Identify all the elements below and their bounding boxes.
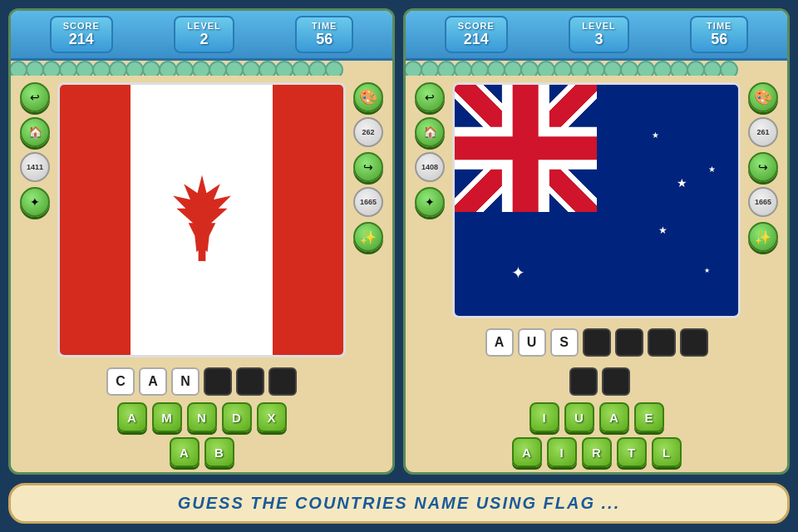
left-letter-N[interactable]: N	[187, 402, 217, 432]
right-answer-tile-3[interactable]: S	[550, 328, 579, 357]
right-answer-tile-1[interactable]: A	[485, 328, 514, 357]
right-right-side-buttons: 🎨 261 ↪ 1665 ✨	[746, 82, 781, 318]
right-letter-R[interactable]: R	[582, 437, 612, 467]
r-scallop-15	[637, 61, 655, 76]
left-undo-button[interactable]: ↩	[20, 82, 50, 112]
r-scallop-5	[470, 61, 489, 76]
scallop-3	[42, 61, 61, 76]
right-answer-tile-5[interactable]	[615, 328, 643, 357]
left-level-stat: LEVEL 2	[174, 16, 234, 53]
left-letter-A[interactable]: A	[117, 402, 147, 432]
r-scallop-9	[537, 61, 555, 76]
right-letter-A[interactable]: A	[599, 402, 629, 432]
left-level-value: 2	[187, 31, 220, 48]
left-answer-tile-4[interactable]	[204, 367, 232, 396]
games-row: SCORE 214 LEVEL 2 TIME 56	[8, 8, 790, 475]
right-level-stat: LEVEL 3	[569, 16, 628, 53]
main-container: SCORE 214 LEVEL 2 TIME 56	[8, 8, 790, 524]
right-share-button[interactable]: ↪	[748, 152, 778, 182]
canada-red-right	[273, 85, 343, 355]
r-scallop-2	[421, 61, 439, 76]
r-scallop-8	[520, 61, 539, 76]
right-letter-A2[interactable]: A	[512, 437, 542, 467]
union-jack	[455, 85, 597, 212]
right-letter-L[interactable]: L	[652, 437, 682, 467]
right-time-label: TIME	[703, 21, 735, 31]
right-answer-tile-7[interactable]	[680, 328, 708, 357]
right-header: SCORE 214 LEVEL 3 TIME 56	[406, 11, 787, 61]
right-letter-U[interactable]: U	[564, 402, 594, 432]
right-answer-tile-9[interactable]	[602, 367, 630, 396]
right-level-label: LEVEL	[582, 21, 615, 31]
right-letter-row-1: I U A E	[530, 402, 664, 432]
left-right-side-buttons: 🎨 262 ↪ 1665 ✨	[351, 82, 386, 357]
left-answer-tile-5[interactable]	[236, 367, 264, 396]
scallop-4	[59, 61, 77, 76]
right-letter-E[interactable]: E	[634, 402, 664, 432]
right-letter-T[interactable]: T	[617, 437, 647, 467]
banner-text: GUESS THE COUNTRIES NAME USING FLAG ...	[27, 494, 771, 513]
right-scallop	[406, 61, 787, 76]
left-counter2-button[interactable]: 262	[353, 117, 383, 147]
right-colors-button[interactable]: 🎨	[748, 82, 778, 112]
left-time-label: TIME	[308, 21, 340, 31]
right-answer-row-2	[563, 367, 630, 396]
left-home-button[interactable]: 🏠	[20, 117, 50, 147]
right-answer-tile-2[interactable]: U	[518, 328, 546, 357]
left-share-button[interactable]: ↪	[353, 152, 383, 182]
right-answer-area: A U S	[412, 328, 781, 402]
left-sparkle-button[interactable]: ✨	[353, 222, 383, 252]
left-letter-B[interactable]: B	[204, 437, 234, 467]
right-letter-grid: I U A E A I R T L	[412, 402, 781, 467]
left-answer-tile-6[interactable]	[268, 367, 297, 396]
bottom-banner: GUESS THE COUNTRIES NAME USING FLAG ...	[8, 483, 790, 524]
scallop-14	[225, 61, 244, 76]
left-letter-row-1: A M N D X	[117, 402, 287, 432]
right-answer-tile-4[interactable]	[583, 328, 611, 357]
left-level-label: LEVEL	[187, 21, 220, 31]
right-star-button[interactable]: ✦	[415, 187, 445, 217]
left-star-button[interactable]: ✦	[20, 187, 50, 217]
right-counter1-button[interactable]: 1408	[415, 152, 445, 182]
right-score-label: SCORE	[458, 21, 495, 31]
r-scallop-11	[570, 61, 589, 76]
left-letter-X[interactable]: X	[257, 402, 287, 432]
scallop-18	[292, 61, 310, 76]
left-answer-row: C A N	[17, 367, 386, 396]
right-letter-I2[interactable]: I	[547, 437, 577, 467]
r-scallop-13	[603, 61, 622, 76]
left-answer-tile-3[interactable]: N	[171, 367, 200, 396]
left-game-panel: SCORE 214 LEVEL 2 TIME 56	[8, 8, 395, 475]
scallop-5	[76, 61, 94, 76]
right-home-button[interactable]: 🏠	[415, 117, 445, 147]
r-scallop-14	[620, 61, 638, 76]
right-sparkle-button[interactable]: ✨	[748, 222, 778, 252]
left-scallop	[11, 61, 392, 76]
left-letter-M[interactable]: M	[152, 402, 182, 432]
right-time-value: 56	[703, 31, 735, 48]
right-panel-body: ↩ 🏠 1408 ✦	[406, 76, 787, 325]
maple-leaf-svg	[152, 170, 252, 270]
left-answer-tile-2[interactable]: A	[139, 367, 167, 396]
right-counter2-button[interactable]: 261	[748, 117, 778, 147]
right-undo-button[interactable]: ↩	[415, 82, 445, 112]
scallop-10	[159, 61, 177, 76]
canada-flag	[60, 85, 343, 355]
scallop-20	[325, 61, 343, 76]
left-letter-D[interactable]: D	[222, 402, 252, 432]
right-letter-I[interactable]: I	[530, 402, 559, 432]
r-scallop-6	[487, 61, 505, 76]
left-letter-A2[interactable]: A	[170, 437, 200, 467]
left-colors-button[interactable]: 🎨	[353, 82, 383, 112]
left-counter1-button[interactable]: 1411	[20, 152, 50, 182]
right-counter3-button[interactable]: 1665	[748, 187, 778, 217]
right-answer-tile-8[interactable]	[569, 367, 598, 396]
r-scallop-4	[454, 61, 472, 76]
right-answer-tile-6[interactable]	[648, 328, 676, 357]
r-scallop-12	[587, 61, 605, 76]
left-answer-tile-1[interactable]: C	[106, 367, 135, 396]
aus-star-5: ★	[704, 268, 710, 274]
aus-star-4: ★	[658, 225, 667, 235]
left-counter3-button[interactable]: 1665	[353, 187, 383, 217]
svg-rect-0	[198, 247, 205, 260]
